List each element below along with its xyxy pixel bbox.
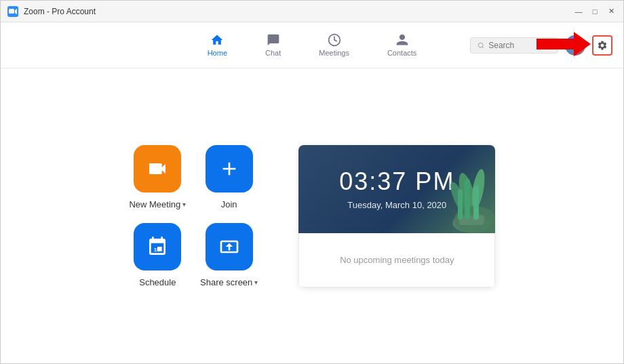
- main-content: New Meeting ▾ Join: [1, 68, 623, 363]
- share-screen-button[interactable]: [206, 223, 253, 270]
- tab-contacts-label: Contacts: [387, 49, 416, 57]
- contacts-icon: [395, 33, 409, 47]
- zoom-icon: [7, 6, 18, 17]
- minimize-button[interactable]: —: [573, 6, 584, 17]
- window-controls: — □ ✕: [573, 6, 617, 17]
- svg-rect-14: [459, 216, 484, 225]
- red-arrow-icon: [537, 31, 591, 58]
- gear-icon: [597, 40, 608, 51]
- clock-body: No upcoming meetings today: [298, 233, 495, 287]
- plant-decoration: [434, 159, 495, 233]
- share-screen-chevron: ▾: [254, 279, 258, 286]
- meetings-icon: [328, 33, 341, 47]
- clock-panel: 03:37 PM Tuesday, March 10, 2020: [298, 145, 495, 287]
- new-meeting-label: New Meeting ▾: [129, 199, 186, 209]
- app-window: Zoom - Pro Account — □ ✕ Home Chat: [0, 0, 624, 364]
- tab-home[interactable]: Home: [202, 31, 233, 60]
- join-label: Join: [221, 199, 237, 209]
- tab-home-label: Home: [208, 49, 227, 57]
- svg-point-11: [456, 171, 481, 220]
- svg-point-12: [469, 168, 487, 210]
- svg-line-4: [482, 46, 484, 47]
- svg-point-13: [447, 180, 473, 219]
- close-button[interactable]: ✕: [606, 6, 617, 17]
- navbar: Home Chat Meetings: [1, 22, 623, 68]
- new-meeting-chevron: ▾: [182, 201, 186, 208]
- settings-button[interactable]: [592, 35, 612, 56]
- svg-rect-10: [458, 214, 485, 224]
- clock-date: Tuesday, March 10, 2020: [347, 200, 446, 210]
- join-button[interactable]: [206, 145, 253, 193]
- clock-header: 03:37 PM Tuesday, March 10, 2020: [298, 145, 495, 233]
- video-camera-icon: [147, 158, 168, 180]
- join-icon: [218, 158, 240, 180]
- share-screen-item[interactable]: Share screen ▾: [200, 223, 258, 287]
- home-icon: [210, 33, 224, 47]
- schedule-button[interactable]: 19: [134, 223, 181, 270]
- join-item[interactable]: Join: [200, 145, 258, 209]
- svg-rect-1: [9, 9, 14, 14]
- new-meeting-item[interactable]: New Meeting ▾: [129, 145, 187, 209]
- svg-marker-7: [537, 32, 591, 56]
- tab-meetings-label: Meetings: [319, 49, 349, 57]
- schedule-label: Schedule: [139, 277, 176, 287]
- tab-chat-label: Chat: [265, 49, 281, 57]
- tab-chat[interactable]: Chat: [260, 31, 286, 60]
- chat-icon: [267, 33, 280, 47]
- new-meeting-button[interactable]: [134, 145, 181, 193]
- schedule-item[interactable]: 19 Schedule: [129, 223, 187, 287]
- tab-contacts[interactable]: Contacts: [382, 31, 422, 60]
- action-grid: New Meeting ▾ Join: [129, 145, 258, 287]
- content-inner: New Meeting ▾ Join: [129, 145, 496, 287]
- maximize-button[interactable]: □: [589, 6, 600, 17]
- no-meetings-text: No upcoming meetings today: [340, 255, 454, 265]
- title-bar: Zoom - Pro Account — □ ✕: [1, 1, 623, 22]
- title-bar-left: Zoom - Pro Account: [7, 6, 96, 17]
- svg-point-3: [478, 43, 483, 47]
- share-screen-icon: [218, 236, 240, 258]
- arrow-annotation: [537, 31, 591, 58]
- share-screen-label: Share screen ▾: [200, 277, 258, 287]
- search-icon: [477, 41, 484, 49]
- tab-meetings[interactable]: Meetings: [313, 31, 355, 60]
- window-title: Zoom - Pro Account: [24, 7, 96, 16]
- svg-text:19: 19: [154, 246, 160, 252]
- calendar-icon: 19: [147, 236, 168, 258]
- svg-point-9: [452, 214, 490, 232]
- nav-tabs: Home Chat Meetings: [202, 31, 423, 60]
